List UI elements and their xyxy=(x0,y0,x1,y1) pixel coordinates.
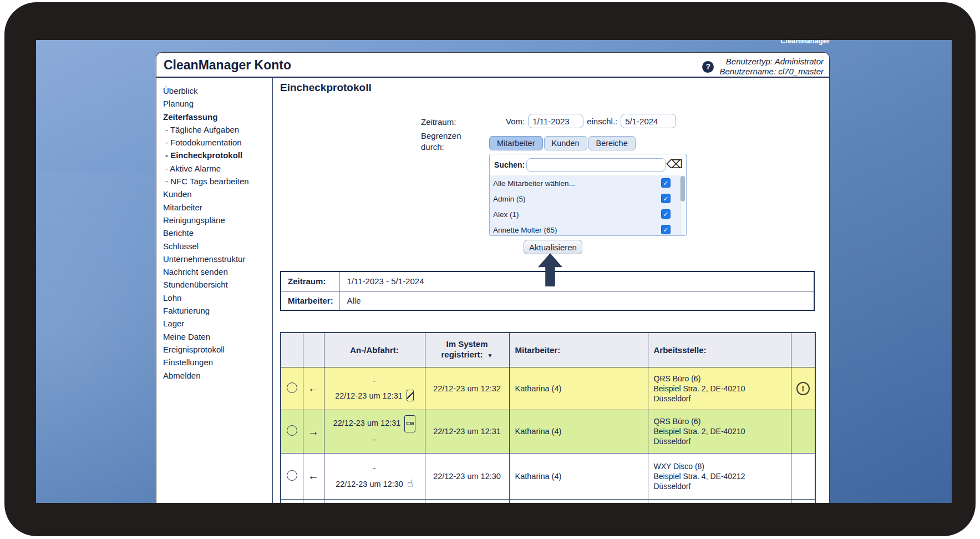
search-input[interactable] xyxy=(526,158,666,172)
radio-column-header xyxy=(281,333,303,367)
warning-cell xyxy=(791,453,815,499)
sidebar-item-lohn[interactable]: Lohn xyxy=(163,291,268,304)
summary-row: Mitarbeiter:Alle xyxy=(281,291,814,310)
an-abfahrt-cell: 22/12-23 um 12:31CM- xyxy=(324,410,425,453)
protocol-table: An-/Abfahrt: Im System registriert:▼ Mit… xyxy=(280,332,816,503)
arbeitsstelle-line: Düsseldorf xyxy=(654,481,791,491)
registered-cell: 22/12-23 um 12:31 xyxy=(425,410,509,453)
help-icon[interactable]: ? xyxy=(702,61,714,73)
warning-icon: ! xyxy=(796,382,810,395)
arrow-right-icon: → xyxy=(308,425,319,437)
arbeitsstelle-line: Düsseldorf xyxy=(654,436,791,446)
cleanmanager-badge: CleanManager xyxy=(156,40,830,45)
direction-cell: ← xyxy=(303,367,324,410)
tab-kunden[interactable]: Kunden xyxy=(544,136,587,150)
vom-date-input[interactable] xyxy=(528,114,583,128)
sidebar-item-nfc-tags-bearbeiten[interactable]: - NFC Tags bearbeiten xyxy=(163,175,268,188)
row-radio-button[interactable] xyxy=(287,382,297,393)
warning-column-header xyxy=(791,333,815,367)
tab-mitarbeiter[interactable]: Mitarbeiter xyxy=(489,136,543,150)
mitarbeiter-cell: Katharina (4) xyxy=(509,367,648,410)
summary-value: Alle xyxy=(339,291,814,310)
sidebar-item-meine-daten[interactable]: Meine Daten xyxy=(163,330,268,343)
app-window: CleanManager Konto ? Benutzertyp: Admini… xyxy=(156,52,830,503)
sidebar-item-berichte[interactable]: Berichte xyxy=(163,226,268,239)
direction-cell: ← xyxy=(303,453,324,499)
sidebar-item-einstellungen[interactable]: Einstellungen xyxy=(163,356,268,369)
list-scrollbar[interactable] xyxy=(680,175,686,235)
sidebar-divider xyxy=(272,77,273,503)
sidebar-item-kunden[interactable]: Kunden xyxy=(163,188,268,200)
sidebar-item-abmelden[interactable]: Abmelden xyxy=(163,369,268,382)
arbeitsstelle-line: Beispiel Stra. 2, DE-40210 xyxy=(654,426,791,436)
mitarbeiter-cell: Katharina (4) xyxy=(509,410,648,453)
employee-list: Alle Mitarbeiter wählen...✓Admin (5)✓Ale… xyxy=(490,175,686,235)
sidebar-item-reinigungspläne[interactable]: Reinigungspläne xyxy=(163,214,268,226)
sidebar-item-eincheckprotokoll[interactable]: - Eincheckprotokoll xyxy=(163,149,268,162)
aktualisieren-button[interactable]: Aktualisieren xyxy=(524,240,582,254)
date-range-row: Vom: einschl.: xyxy=(506,114,676,128)
radio-cell xyxy=(281,367,303,410)
row-radio-button[interactable] xyxy=(287,470,297,481)
sidebar-item-mitarbeiter[interactable]: Mitarbeiter xyxy=(163,201,268,214)
scrollbar-thumb[interactable] xyxy=(681,176,685,202)
sidebar-item-fakturierung[interactable]: Fakturierung xyxy=(163,304,268,317)
sidebar-item-schlüssel[interactable]: Schlüssel xyxy=(163,240,268,253)
sidebar-item-ereignisprotokoll[interactable]: Ereignisprotokoll xyxy=(163,343,268,356)
cm-badge-icon: CM xyxy=(404,415,415,432)
arbeitsstelle-line: Beispiel Stra. 2, DE-40210 xyxy=(654,384,791,394)
header-divider xyxy=(156,77,829,78)
page-title: Eincheckprotokoll xyxy=(280,82,372,94)
protocol-table-header-row: An-/Abfahrt: Im System registriert:▼ Mit… xyxy=(281,333,815,367)
an-abfahrt-cell: -22/12-23 um 12:31 xyxy=(324,367,425,410)
sidebar-item-überblick[interactable]: Überblick xyxy=(163,84,268,97)
employee-checkbox[interactable]: ✓ xyxy=(661,225,671,234)
sidebar-item-lager[interactable]: Lager xyxy=(163,317,268,330)
suchen-label: Suchen: xyxy=(494,160,525,169)
tab-bereiche[interactable]: Bereiche xyxy=(588,136,636,150)
begrenzen-label: Begrenzen durch: xyxy=(421,130,471,153)
arbeitsstelle-line: WXY Disco (8) xyxy=(654,461,791,471)
employee-option: Admin (5)✓ xyxy=(490,191,686,206)
an-abfahrt-line: - xyxy=(324,461,425,476)
an-abfahrt-line: 22/12-23 um 12:31CM xyxy=(324,415,425,432)
row-radio-button[interactable] xyxy=(287,425,297,436)
employee-checkbox[interactable]: ✓ xyxy=(661,178,671,188)
employee-option-label: Alle Mitarbeiter wählen... xyxy=(493,179,575,188)
sidebar-item-aktive-alarme[interactable]: - Aktive Alarme xyxy=(163,162,268,175)
begrenzen-label-line1: Begrenzen xyxy=(421,130,471,142)
clear-search-icon[interactable]: ⌫ xyxy=(666,158,683,171)
warning-cell xyxy=(791,410,815,453)
employee-checkbox[interactable]: ✓ xyxy=(661,194,671,203)
filter-tabs: MitarbeiterKundenBereiche xyxy=(489,136,636,150)
im-system-header-line2: registriert:▼ xyxy=(425,349,509,361)
arbeitsstelle-header: Arbeitsstelle: xyxy=(648,333,791,367)
user-info: Benutzertyp: Administrator Benutzername:… xyxy=(719,57,824,77)
vom-label: Vom: xyxy=(506,117,525,126)
employee-filter-panel: Suchen: ⌫ Alle Mitarbeiter wählen...✓Adm… xyxy=(489,154,687,236)
phone-icon xyxy=(407,390,414,401)
employee-option-label: Alex (1) xyxy=(493,210,519,219)
sidebar-item-tägliche-aufgaben[interactable]: - Tägliche Aufgaben xyxy=(163,123,268,136)
employee-option-label: Annette Molter (65) xyxy=(493,226,557,234)
im-system-header[interactable]: Im System registriert:▼ xyxy=(425,333,509,367)
registered-cell: 22/12-23 um 12:32 xyxy=(425,367,509,410)
einschl-date-input[interactable] xyxy=(621,114,676,128)
user-block: ? Benutzertyp: Administrator Benutzernam… xyxy=(702,57,824,77)
user-type-label: Benutzertyp: Administrator xyxy=(719,57,824,67)
table-row: ←-22/12-23 um 12:30☝22/12-23 um 12:30Kat… xyxy=(281,453,815,499)
warning-cell: ! xyxy=(791,367,815,410)
sidebar-item-unternehmensstruktur[interactable]: Unternehmensstruktur xyxy=(163,253,268,265)
sidebar-item-stundenübersicht[interactable]: Stundenübersicht xyxy=(163,278,268,291)
arbeitsstelle-line: QRS Büro (6) xyxy=(654,416,791,426)
user-name-label: Benutzername: cl70_master xyxy=(719,67,824,77)
sidebar-item-nachricht-senden[interactable]: Nachricht senden xyxy=(163,265,268,278)
sidebar-item-zeiterfassung[interactable]: Zeiterfassung xyxy=(163,110,268,123)
sort-desc-icon[interactable]: ▼ xyxy=(488,352,493,359)
sidebar-item-fotodokumentation[interactable]: - Fotodokumentation xyxy=(163,136,268,149)
table-row: →22/12-23 um 12:31CM-22/12-23 um 12:31Ka… xyxy=(281,410,815,453)
sidebar-item-planung[interactable]: Planung xyxy=(163,97,268,110)
window-title: CleanManager Konto xyxy=(164,58,291,73)
employee-checkbox[interactable]: ✓ xyxy=(661,209,671,219)
summary-label: Mitarbeiter: xyxy=(281,291,339,310)
